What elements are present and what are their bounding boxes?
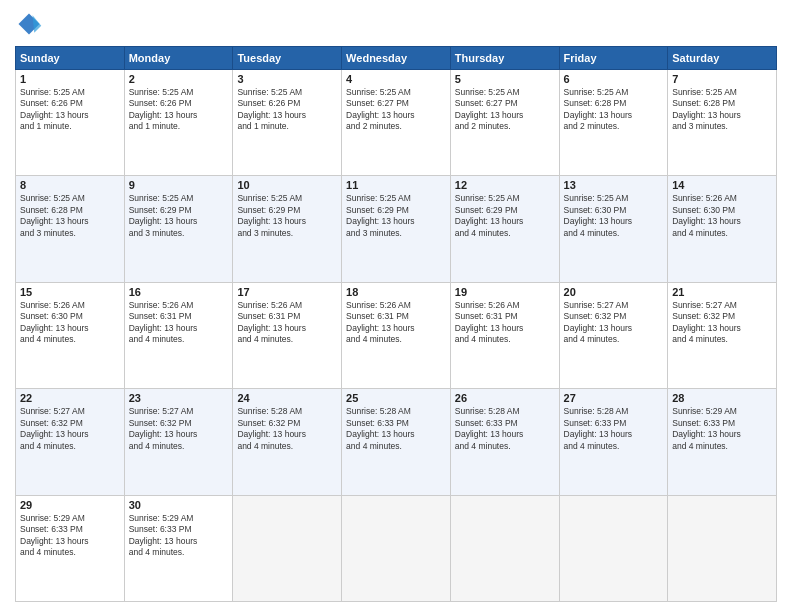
col-sunday: Sunday <box>16 47 125 70</box>
empty-cell <box>668 495 777 601</box>
day-cell-18: 18 Sunrise: 5:26 AM Sunset: 6:31 PM Dayl… <box>342 282 451 388</box>
day-info-8: Sunrise: 5:25 AM Sunset: 6:28 PM Dayligh… <box>20 193 120 239</box>
day-number-14: 14 <box>672 179 772 191</box>
empty-cell <box>559 495 668 601</box>
day-cell-30: 30 Sunrise: 5:29 AM Sunset: 6:33 PM Dayl… <box>124 495 233 601</box>
day-info-17: Sunrise: 5:26 AM Sunset: 6:31 PM Dayligh… <box>237 300 337 346</box>
day-cell-16: 16 Sunrise: 5:26 AM Sunset: 6:31 PM Dayl… <box>124 282 233 388</box>
day-number-11: 11 <box>346 179 446 191</box>
day-info-11: Sunrise: 5:25 AM Sunset: 6:29 PM Dayligh… <box>346 193 446 239</box>
day-info-4: Sunrise: 5:25 AM Sunset: 6:27 PM Dayligh… <box>346 87 446 133</box>
day-cell-12: 12 Sunrise: 5:25 AM Sunset: 6:29 PM Dayl… <box>450 176 559 282</box>
logo <box>15 10 47 38</box>
day-info-15: Sunrise: 5:26 AM Sunset: 6:30 PM Dayligh… <box>20 300 120 346</box>
day-info-23: Sunrise: 5:27 AM Sunset: 6:32 PM Dayligh… <box>129 406 229 452</box>
day-info-12: Sunrise: 5:25 AM Sunset: 6:29 PM Dayligh… <box>455 193 555 239</box>
day-number-27: 27 <box>564 392 664 404</box>
day-info-14: Sunrise: 5:26 AM Sunset: 6:30 PM Dayligh… <box>672 193 772 239</box>
day-info-21: Sunrise: 5:27 AM Sunset: 6:32 PM Dayligh… <box>672 300 772 346</box>
day-number-1: 1 <box>20 73 120 85</box>
empty-cell <box>233 495 342 601</box>
week-row-4: 22 Sunrise: 5:27 AM Sunset: 6:32 PM Dayl… <box>16 389 777 495</box>
day-info-24: Sunrise: 5:28 AM Sunset: 6:32 PM Dayligh… <box>237 406 337 452</box>
day-number-2: 2 <box>129 73 229 85</box>
day-cell-23: 23 Sunrise: 5:27 AM Sunset: 6:32 PM Dayl… <box>124 389 233 495</box>
day-info-22: Sunrise: 5:27 AM Sunset: 6:32 PM Dayligh… <box>20 406 120 452</box>
col-tuesday: Tuesday <box>233 47 342 70</box>
week-row-2: 8 Sunrise: 5:25 AM Sunset: 6:28 PM Dayli… <box>16 176 777 282</box>
col-thursday: Thursday <box>450 47 559 70</box>
day-info-25: Sunrise: 5:28 AM Sunset: 6:33 PM Dayligh… <box>346 406 446 452</box>
day-number-16: 16 <box>129 286 229 298</box>
day-cell-7: 7 Sunrise: 5:25 AM Sunset: 6:28 PM Dayli… <box>668 70 777 176</box>
day-cell-13: 13 Sunrise: 5:25 AM Sunset: 6:30 PM Dayl… <box>559 176 668 282</box>
header <box>15 10 777 38</box>
day-info-28: Sunrise: 5:29 AM Sunset: 6:33 PM Dayligh… <box>672 406 772 452</box>
day-number-17: 17 <box>237 286 337 298</box>
page: Sunday Monday Tuesday Wednesday Thursday… <box>0 0 792 612</box>
day-cell-9: 9 Sunrise: 5:25 AM Sunset: 6:29 PM Dayli… <box>124 176 233 282</box>
week-row-5: 29 Sunrise: 5:29 AM Sunset: 6:33 PM Dayl… <box>16 495 777 601</box>
day-info-2: Sunrise: 5:25 AM Sunset: 6:26 PM Dayligh… <box>129 87 229 133</box>
day-number-23: 23 <box>129 392 229 404</box>
day-number-6: 6 <box>564 73 664 85</box>
day-number-9: 9 <box>129 179 229 191</box>
day-cell-26: 26 Sunrise: 5:28 AM Sunset: 6:33 PM Dayl… <box>450 389 559 495</box>
calendar-table: Sunday Monday Tuesday Wednesday Thursday… <box>15 46 777 602</box>
logo-icon <box>15 10 43 38</box>
week-row-3: 15 Sunrise: 5:26 AM Sunset: 6:30 PM Dayl… <box>16 282 777 388</box>
day-cell-4: 4 Sunrise: 5:25 AM Sunset: 6:27 PM Dayli… <box>342 70 451 176</box>
day-cell-25: 25 Sunrise: 5:28 AM Sunset: 6:33 PM Dayl… <box>342 389 451 495</box>
day-number-20: 20 <box>564 286 664 298</box>
day-cell-24: 24 Sunrise: 5:28 AM Sunset: 6:32 PM Dayl… <box>233 389 342 495</box>
empty-cell <box>450 495 559 601</box>
day-number-22: 22 <box>20 392 120 404</box>
day-number-4: 4 <box>346 73 446 85</box>
day-number-5: 5 <box>455 73 555 85</box>
day-cell-3: 3 Sunrise: 5:25 AM Sunset: 6:26 PM Dayli… <box>233 70 342 176</box>
day-info-27: Sunrise: 5:28 AM Sunset: 6:33 PM Dayligh… <box>564 406 664 452</box>
day-info-5: Sunrise: 5:25 AM Sunset: 6:27 PM Dayligh… <box>455 87 555 133</box>
col-friday: Friday <box>559 47 668 70</box>
day-number-13: 13 <box>564 179 664 191</box>
day-info-19: Sunrise: 5:26 AM Sunset: 6:31 PM Dayligh… <box>455 300 555 346</box>
week-row-1: 1 Sunrise: 5:25 AM Sunset: 6:26 PM Dayli… <box>16 70 777 176</box>
day-info-6: Sunrise: 5:25 AM Sunset: 6:28 PM Dayligh… <box>564 87 664 133</box>
day-number-7: 7 <box>672 73 772 85</box>
day-info-18: Sunrise: 5:26 AM Sunset: 6:31 PM Dayligh… <box>346 300 446 346</box>
day-cell-10: 10 Sunrise: 5:25 AM Sunset: 6:29 PM Dayl… <box>233 176 342 282</box>
day-cell-29: 29 Sunrise: 5:29 AM Sunset: 6:33 PM Dayl… <box>16 495 125 601</box>
day-number-10: 10 <box>237 179 337 191</box>
day-cell-20: 20 Sunrise: 5:27 AM Sunset: 6:32 PM Dayl… <box>559 282 668 388</box>
day-info-3: Sunrise: 5:25 AM Sunset: 6:26 PM Dayligh… <box>237 87 337 133</box>
day-cell-11: 11 Sunrise: 5:25 AM Sunset: 6:29 PM Dayl… <box>342 176 451 282</box>
day-number-19: 19 <box>455 286 555 298</box>
day-cell-17: 17 Sunrise: 5:26 AM Sunset: 6:31 PM Dayl… <box>233 282 342 388</box>
day-info-16: Sunrise: 5:26 AM Sunset: 6:31 PM Dayligh… <box>129 300 229 346</box>
day-number-29: 29 <box>20 499 120 511</box>
day-info-10: Sunrise: 5:25 AM Sunset: 6:29 PM Dayligh… <box>237 193 337 239</box>
col-monday: Monday <box>124 47 233 70</box>
day-cell-6: 6 Sunrise: 5:25 AM Sunset: 6:28 PM Dayli… <box>559 70 668 176</box>
empty-cell <box>342 495 451 601</box>
day-cell-15: 15 Sunrise: 5:26 AM Sunset: 6:30 PM Dayl… <box>16 282 125 388</box>
day-number-15: 15 <box>20 286 120 298</box>
day-cell-19: 19 Sunrise: 5:26 AM Sunset: 6:31 PM Dayl… <box>450 282 559 388</box>
day-number-30: 30 <box>129 499 229 511</box>
day-number-28: 28 <box>672 392 772 404</box>
day-info-29: Sunrise: 5:29 AM Sunset: 6:33 PM Dayligh… <box>20 513 120 559</box>
day-cell-28: 28 Sunrise: 5:29 AM Sunset: 6:33 PM Dayl… <box>668 389 777 495</box>
svg-marker-1 <box>33 15 42 33</box>
day-info-26: Sunrise: 5:28 AM Sunset: 6:33 PM Dayligh… <box>455 406 555 452</box>
day-number-26: 26 <box>455 392 555 404</box>
day-number-21: 21 <box>672 286 772 298</box>
day-cell-2: 2 Sunrise: 5:25 AM Sunset: 6:26 PM Dayli… <box>124 70 233 176</box>
day-number-25: 25 <box>346 392 446 404</box>
day-info-13: Sunrise: 5:25 AM Sunset: 6:30 PM Dayligh… <box>564 193 664 239</box>
day-info-30: Sunrise: 5:29 AM Sunset: 6:33 PM Dayligh… <box>129 513 229 559</box>
col-saturday: Saturday <box>668 47 777 70</box>
day-number-12: 12 <box>455 179 555 191</box>
day-info-7: Sunrise: 5:25 AM Sunset: 6:28 PM Dayligh… <box>672 87 772 133</box>
day-cell-14: 14 Sunrise: 5:26 AM Sunset: 6:30 PM Dayl… <box>668 176 777 282</box>
day-info-9: Sunrise: 5:25 AM Sunset: 6:29 PM Dayligh… <box>129 193 229 239</box>
